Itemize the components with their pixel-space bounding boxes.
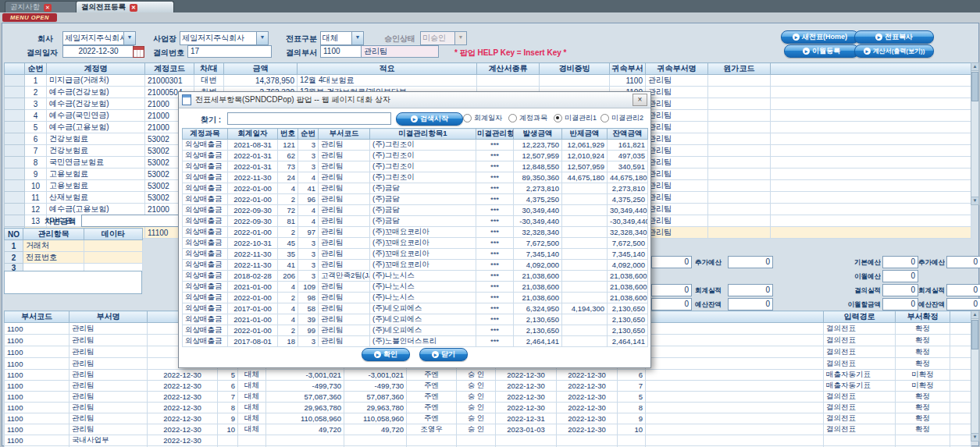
- cell: 73: [278, 161, 298, 172]
- budget-field[interactable]: 0: [728, 256, 773, 268]
- table-row[interactable]: 외상매출금2022-11-30244관리팀(주)그린조이***89,350,36…: [183, 172, 648, 183]
- scroll-down-icon[interactable]: ▼: [971, 433, 978, 441]
- cell: [771, 98, 971, 110]
- tab-notice[interactable]: 공지사항 ✕: [5, 1, 84, 13]
- table-row[interactable]: 외상매출금2021-01-00439관리팀(주)네오피에스***2,130,65…: [183, 314, 648, 325]
- table-row[interactable]: 외상매출금2022-01-31733관리팀(주)그린조이***12,848,55…: [183, 161, 648, 172]
- table-row[interactable]: 1100관리팀2022-12-307대체57,087,36057,087,360…: [5, 392, 971, 403]
- table-row[interactable]: 1100국내사업부2022-12-30: [5, 435, 971, 446]
- table-row[interactable]: 1미지급금(거래처)21000301대변14,378,95012월 4대보험료1…: [5, 75, 971, 87]
- cell: 21,038,600: [514, 282, 562, 293]
- table-row[interactable]: 외상매출금2017-01-00458관리팀(주)네오피에스***6,324,95…: [183, 303, 648, 314]
- print-bill-button[interactable]: 계산서(출력(보기)): [854, 44, 934, 58]
- cell: 외상매출금: [183, 249, 228, 260]
- close-button[interactable]: 닫기: [419, 348, 468, 361]
- cell: 57,087,360: [344, 392, 407, 403]
- dept-code-input[interactable]: 1100: [320, 45, 364, 58]
- budget-field[interactable]: 0: [882, 256, 918, 268]
- table-row[interactable]: 1100관리팀2022-12-306대체-499,730-499,730주엔승 …: [5, 381, 971, 392]
- radio-account-title[interactable]: 계정과목: [508, 113, 547, 123]
- table-row[interactable]: 외상매출금2022-09-30814관리팀(주)금담***-30,349,440…: [183, 216, 648, 227]
- chevron-down-icon[interactable]: ▼: [256, 32, 268, 44]
- search-start-button[interactable]: 검색시작: [396, 112, 463, 126]
- table-row[interactable]: 외상매출금2021-01-004109관리팀(주)나노시스***21,038,6…: [183, 282, 648, 293]
- ok-button[interactable]: 확인: [362, 348, 410, 361]
- budget-field[interactable]: 0: [946, 298, 980, 310]
- chevron-down-icon[interactable]: ▼: [351, 32, 363, 44]
- table-row[interactable]: 1100관리팀2022-12-309대체110,058,960110,058,9…: [5, 413, 971, 424]
- tab-close-icon[interactable]: ✕: [44, 4, 52, 12]
- radio-pending-mgmt-2[interactable]: 미결관리2: [600, 113, 643, 123]
- table-row[interactable]: 외상매출금2022-10-31453관리팀(주)꼬매요코리아***7,672,5…: [183, 238, 648, 249]
- scroll-up-icon[interactable]: ▲: [971, 63, 978, 71]
- budget-field[interactable]: 0: [728, 284, 773, 296]
- chevron-down-icon[interactable]: ▼: [123, 32, 135, 44]
- table-row[interactable]: 외상매출금2022-01-00297관리팀(주)꼬매요코리아***32,328,…: [183, 227, 648, 238]
- budget-field[interactable]: 0: [946, 284, 980, 296]
- find-input[interactable]: [227, 112, 391, 125]
- scrollbar-thumb[interactable]: [971, 72, 978, 101]
- bottom-grid-scrollbar[interactable]: ▲ ▼: [971, 310, 979, 442]
- cell: 확정: [896, 413, 950, 424]
- radio-circle-icon[interactable]: [600, 114, 609, 122]
- cell: (주)꼬매요코리아: [370, 227, 476, 238]
- main-grid-scrollbar[interactable]: ▲ ▼: [971, 62, 979, 205]
- calendar-icon[interactable]: [133, 46, 144, 58]
- cell: 외상매출금: [183, 227, 228, 238]
- tab-close-icon[interactable]: ✕: [130, 4, 137, 12]
- tab-voucher-register[interactable]: 결의전표등록 ✕: [76, 1, 174, 13]
- budget-field[interactable]: 0: [946, 256, 980, 268]
- radio-pending-mgmt-1[interactable]: 미결관리1: [554, 113, 597, 123]
- column-header: 순번: [25, 63, 47, 75]
- budget-field[interactable]: 0: [651, 256, 692, 268]
- cell: 외상매출금: [183, 336, 228, 347]
- scroll-down-icon[interactable]: ▼: [971, 197, 978, 204]
- budget-field[interactable]: 0: [882, 298, 918, 310]
- cell: 2018-02-28: [228, 271, 278, 282]
- site-select[interactable]: 제일저지주식회사▼: [180, 31, 269, 45]
- budget-field[interactable]: 0: [882, 270, 918, 282]
- radio-circle-icon[interactable]: [508, 114, 517, 122]
- table-row[interactable]: 1100관리팀2022-12-3010대체49,72049,720조영우승 인2…: [5, 424, 971, 435]
- table-row[interactable]: 외상매출금2018-02-282063고객만족2팀(JJ(주)나노시스***21…: [183, 271, 648, 282]
- budget-field[interactable]: 0: [728, 298, 773, 310]
- column-header: 계정코드: [145, 63, 194, 75]
- table-row[interactable]: 1거래처: [5, 240, 143, 252]
- budget-field[interactable]: 0: [651, 298, 692, 310]
- copy-voucher-button[interactable]: 전표복사: [854, 30, 934, 44]
- table-row[interactable]: 2전표번호: [5, 252, 143, 264]
- table-row[interactable]: 1100관리팀2022-12-305대체-3,001,021-3,001,021…: [5, 370, 971, 381]
- table-row[interactable]: 외상매출금2022-11-30353관리팀(주)꼬매요코리아***7,345,1…: [183, 249, 648, 260]
- table-row[interactable]: 외상매출금2022-01-31623관리팀(주)그린조이***12,507,95…: [183, 151, 648, 161]
- table-row[interactable]: 외상매출금2022-11-30413관리팀(주)꼬매요코리아***4,092,0…: [183, 260, 648, 271]
- cell: [646, 346, 824, 358]
- budget-field[interactable]: 0: [651, 284, 692, 296]
- company-select[interactable]: 제일저지주식회사▼: [62, 31, 136, 45]
- radio-circle-icon[interactable]: [463, 114, 472, 122]
- close-icon[interactable]: ×: [633, 94, 647, 106]
- radio-accounting-date[interactable]: 회계일자: [463, 113, 502, 123]
- date-input[interactable]: 2022-12-30: [62, 45, 134, 58]
- menu-open-button[interactable]: MENU OPEN: [2, 13, 57, 22]
- budget-field[interactable]: 0: [882, 284, 918, 296]
- table-row[interactable]: 외상매출금2022-01-00298관리팀(주)나노시스***21,038,60…: [183, 293, 648, 303]
- table-row[interactable]: 외상매출금2017-08-01183관리팀(주)노블인더스트리***2,464,…: [183, 336, 648, 347]
- cell: 고용보험료: [47, 169, 145, 180]
- new-voucher-button[interactable]: 새전표(Home): [781, 30, 859, 44]
- slip-type-select[interactable]: 대체▼: [320, 31, 364, 45]
- table-row[interactable]: 외상매출금2022-09-30724관리팀(주)금담***30,349,4403…: [183, 205, 648, 216]
- dept-name-field: 관리팀: [361, 45, 439, 58]
- cell: 외상매출금: [183, 238, 228, 249]
- table-row[interactable]: 외상매출금2022-01-00441관리팀(주)금담***2,273,8102,…: [183, 183, 648, 194]
- table-row[interactable]: 외상매출금2021-08-311213관리팀(주)그린조이***12,223,7…: [183, 140, 648, 151]
- table-row[interactable]: 외상매출금2022-01-00296관리팀(주)금담***4,375,2504,…: [183, 194, 648, 205]
- voucher-no-input[interactable]: 17: [187, 45, 272, 58]
- dialog-titlebar[interactable]: 전표세부항목(SPNDCDPop) 팝업 -- 웹 페이지 대화 상자 ×: [179, 92, 650, 108]
- radio-circle-icon[interactable]: [554, 114, 562, 122]
- table-row[interactable]: 외상매출금2022-01-00299관리팀(주)네오피에스***2,130,65…: [183, 325, 648, 336]
- carryover-register-button[interactable]: 이월등록: [784, 44, 859, 58]
- cell: 고객만족2팀(JJ: [319, 271, 370, 282]
- scrollbar-thumb[interactable]: [971, 320, 978, 349]
- scroll-up-icon[interactable]: ▲: [971, 311, 978, 319]
- table-row[interactable]: 1100관리팀2022-12-308대체29,963,78029,963,780…: [5, 403, 971, 413]
